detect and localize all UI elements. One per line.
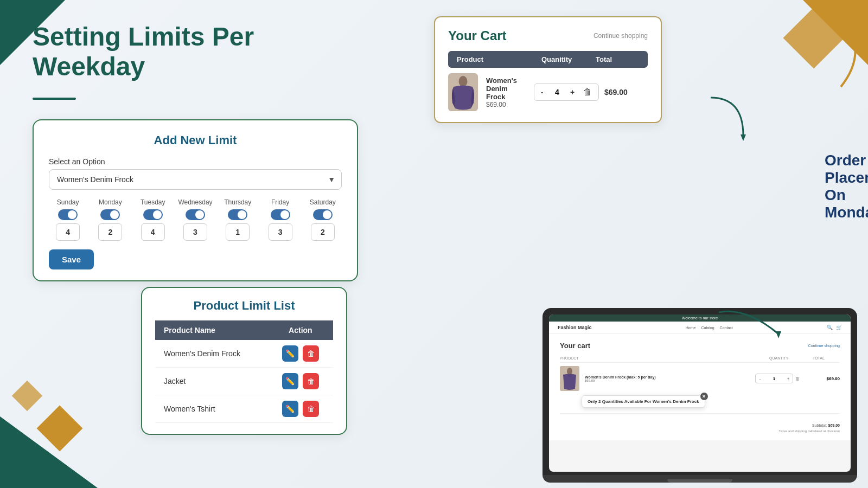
cart-title: Your Cart [448, 28, 507, 43]
screen-content: Welcome to our store Fashion Magic Home … [549, 314, 851, 472]
thursday-label: Thursday [224, 198, 251, 206]
tax-note: Taxes and shipping calculated at checkou… [560, 429, 840, 433]
action-btns-jacket: ✏️ 🗑 [277, 373, 324, 389]
screen-col-quantity: QUANTITY [769, 356, 813, 360]
product-name-denim: Women's Denim Frock [155, 340, 268, 368]
cart-delete-icon[interactable]: 🗑 [583, 87, 592, 97]
screen-brand: Fashion Magic [558, 325, 592, 330]
table-head: Product Name Action [155, 320, 333, 340]
tooltip-container: Only 2 Quantities Available For Women's … [560, 393, 840, 408]
add-limit-card-title: Add New Limit [49, 133, 342, 147]
tuesday-label: Tuesday [141, 198, 165, 206]
tooltip-close-button[interactable]: ✕ [700, 393, 708, 400]
cart-item-row: Women's Denim Frock $69.00 - 4 + 🗑 $69.0… [448, 73, 648, 111]
screen-nav: Fashion Magic Home Catalog Contact 🔍 🛒 [549, 322, 851, 334]
product-image-svg [448, 73, 478, 111]
table-row: Women's Denim Frock ✏️ 🗑 [155, 340, 333, 368]
product-name-jacket: Jacket [155, 368, 268, 395]
screen-qty-wrapper: - 1 + 🗑 [755, 374, 809, 383]
saturday-input[interactable] [311, 223, 335, 241]
thursday-input[interactable] [226, 223, 250, 241]
wednesday-input[interactable] [183, 223, 207, 241]
right-panel: Your Cart Continue shopping Product Quan… [391, 0, 868, 488]
monday-input[interactable] [98, 223, 122, 241]
saturday-label: Saturday [310, 198, 336, 206]
delete-button-jacket[interactable]: 🗑 [303, 373, 319, 389]
select-wrapper: Women's Denim Frock Jacket Women's Tshir… [49, 169, 342, 190]
friday-input[interactable] [269, 223, 292, 241]
save-button[interactable]: Save [49, 249, 94, 269]
cart-widget: Your Cart Continue shopping Product Quan… [434, 16, 662, 123]
col-quantity: Quanitity [541, 55, 596, 63]
add-limit-card: Add New Limit Select an Option Women's D… [33, 119, 358, 281]
screen-cart-title-row: Your cart Continue shopping [560, 342, 840, 350]
arrow-cart-to-order [700, 92, 754, 149]
table-body: Women's Denim Frock ✏️ 🗑 Jacket ✏ [155, 340, 333, 423]
weekday-grid: Sunday Monday Tuesday Wednesday [49, 198, 342, 241]
wednesday-label: Wednesday [178, 198, 212, 206]
order-placement-title: Order Placement On Monday [825, 152, 868, 221]
action-btns-tshirt: ✏️ 🗑 [277, 401, 324, 417]
delete-button-tshirt[interactable]: 🗑 [303, 401, 319, 417]
screen-trash-icon[interactable]: 🗑 [795, 376, 800, 381]
wednesday-toggle[interactable] [186, 209, 205, 220]
screen-banner: Welcome to our store [549, 314, 851, 322]
delete-button-denim[interactable]: 🗑 [303, 345, 319, 362]
col-action: Action [268, 320, 333, 340]
weekday-saturday: Saturday [304, 198, 342, 241]
edit-button-jacket[interactable]: ✏️ [282, 373, 298, 389]
screen-cart-area: Your cart Continue shopping PRODUCT QUAN… [549, 334, 851, 440]
screen-nav-icons: 🔍 🛒 [827, 325, 842, 330]
sunday-input[interactable] [56, 223, 80, 241]
edit-button-denim[interactable]: ✏️ [282, 345, 298, 362]
tuesday-input[interactable] [141, 223, 165, 241]
subtotal-amount: $69.00 [828, 423, 840, 427]
cart-product-name: Women's Denim Frock [486, 76, 528, 101]
page-title: Setting Limits Per Weekday [33, 22, 358, 81]
cart-icon[interactable]: 🛒 [836, 325, 842, 330]
screen-qty-decrease[interactable]: - [756, 376, 764, 381]
screen-product-price: $69.00 [585, 379, 752, 382]
order-placement-section: Order Placement On Monday [803, 141, 868, 221]
svg-marker-2 [741, 134, 746, 141]
cart-product-info: Women's Denim Frock $69.00 [486, 76, 528, 108]
monday-label: Monday [99, 198, 122, 206]
edit-button-tshirt[interactable]: ✏️ [282, 401, 298, 417]
svg-marker-5 [776, 331, 781, 338]
main-layout: Setting Limits Per Weekday Add New Limit… [0, 0, 868, 488]
screen-continue[interactable]: Continue shopping [808, 344, 840, 348]
screen-product-name: Women's Denim Frock (max: 5 per day) [585, 375, 752, 379]
friday-toggle[interactable] [271, 209, 290, 220]
monday-toggle[interactable] [100, 209, 120, 220]
quantity-control: - 4 + 🗑 [534, 84, 599, 101]
screen-col-product: PRODUCT [560, 356, 769, 360]
search-icon[interactable]: 🔍 [827, 325, 833, 330]
screen-col-total: TOTAL [813, 356, 840, 360]
quantity-value: 4 [550, 88, 565, 97]
tuesday-toggle[interactable] [143, 209, 163, 220]
weekday-monday: Monday [91, 198, 129, 241]
quantity-increase-button[interactable]: + [565, 84, 580, 100]
thursday-toggle[interactable] [228, 209, 247, 220]
nav-link-home[interactable]: Home [686, 326, 696, 330]
screen-qty-increase[interactable]: + [784, 376, 793, 381]
screen-qty-value: 1 [764, 376, 784, 381]
friday-label: Friday [271, 198, 289, 206]
sunday-toggle[interactable] [58, 209, 78, 220]
action-btns-denim: ✏️ 🗑 [277, 345, 324, 362]
cart-table-header: Product Quanitity Total [448, 51, 648, 68]
subtotal-section: Subtotal: $69.00 Taxes and shipping calc… [560, 413, 840, 433]
quantity-decrease-button[interactable]: - [534, 84, 550, 100]
screen-tooltip: Only 2 Quantities Available For Women's … [582, 395, 705, 408]
weekday-thursday: Thursday [219, 198, 257, 241]
cart-product-price: $69.00 [486, 101, 528, 108]
laptop-container: Welcome to our store Fashion Magic Home … [542, 308, 857, 483]
left-panel: Setting Limits Per Weekday Add New Limit… [0, 0, 391, 488]
select-label: Select an Option [49, 157, 342, 166]
weekday-wednesday: Wednesday [176, 198, 214, 241]
saturday-toggle[interactable] [313, 209, 333, 220]
product-select[interactable]: Women's Denim Frock Jacket Women's Tshir… [49, 169, 342, 190]
nav-link-catalog[interactable]: Catalog [701, 326, 714, 330]
product-thumbnail [448, 73, 478, 111]
continue-shopping-link[interactable]: Continue shopping [593, 32, 648, 40]
